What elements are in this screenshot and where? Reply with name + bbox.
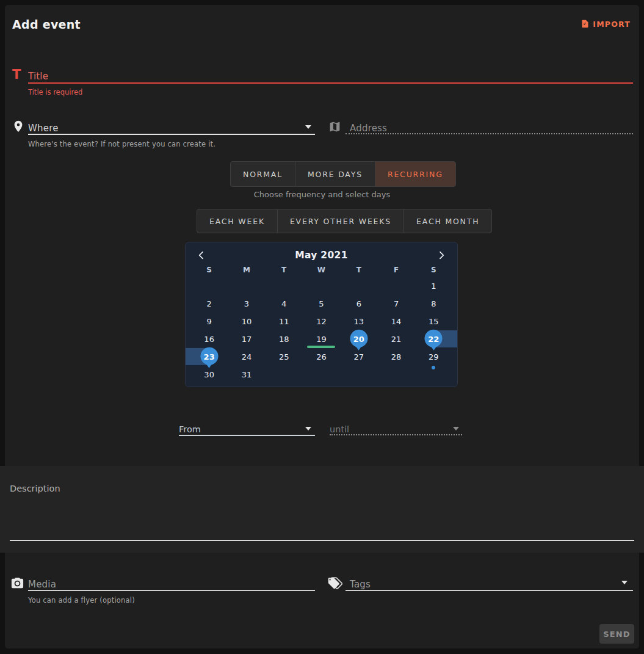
calendar-day-number: 28: [391, 352, 402, 362]
calendar-day-number: 10: [242, 317, 252, 326]
tags-dropdown-arrow[interactable]: [621, 581, 628, 584]
calendar-day[interactable]: 19: [303, 330, 340, 348]
tab-more-days[interactable]: MORE DAYS: [295, 162, 375, 186]
calendar-weekday-header: T: [266, 263, 303, 277]
calendar-weekday-header: S: [415, 263, 452, 277]
tab-normal[interactable]: NORMAL: [231, 162, 295, 186]
calendar-day[interactable]: 28: [377, 348, 414, 366]
calendar-day[interactable]: 31: [228, 366, 265, 383]
from-time-select[interactable]: From: [179, 424, 201, 434]
title-field-icon: T: [12, 67, 21, 82]
calendar-day[interactable]: 30: [190, 366, 228, 383]
calendar-day[interactable]: 20: [340, 330, 377, 348]
calendar-weekday-header: S: [190, 263, 228, 277]
calendar-day[interactable]: 22: [415, 330, 452, 348]
calendar-prev-month-icon[interactable]: [194, 248, 209, 263]
calendar-day-number: 27: [353, 352, 364, 362]
calendar-day[interactable]: 16: [190, 330, 228, 348]
until-time-select[interactable]: until: [330, 424, 349, 434]
camera-icon: [10, 576, 24, 590]
add-event-dialog: Add event IMPORT T Title Title is requir…: [0, 0, 644, 654]
calendar-day[interactable]: 18: [266, 330, 303, 348]
calendar-next-month-icon[interactable]: [434, 248, 449, 263]
calendar-day-number: 18: [279, 335, 289, 344]
calendar-header: May 2021: [190, 247, 452, 263]
calendar-day-number: 31: [242, 370, 252, 379]
calendar-day[interactable]: 3: [228, 295, 265, 313]
import-button-label: IMPORT: [593, 20, 631, 29]
frequency-option-every-other-weeks[interactable]: EVERY OTHER WEEKS: [278, 209, 404, 233]
calendar-day[interactable]: 2: [190, 295, 228, 313]
calendar-empty-cell: [340, 366, 377, 383]
calendar-day-number: 3: [244, 299, 249, 308]
frequency-options: EACH WEEKEVERY OTHER WEEKSEACH MONTH: [197, 209, 492, 233]
calendar-empty-cell: [415, 366, 452, 383]
calendar-empty-cell: [377, 277, 414, 295]
calendar-day[interactable]: 4: [266, 295, 303, 313]
calendar-day-number: 2: [207, 299, 212, 308]
calendar-day[interactable]: 1: [415, 277, 452, 295]
calendar-day-number: 7: [394, 299, 399, 308]
calendar-day-number: 4: [281, 299, 286, 308]
calendar-day-number: 21: [391, 335, 402, 344]
calendar-day[interactable]: 21: [377, 330, 414, 348]
calendar-day-number: 30: [204, 370, 214, 379]
calendar-day[interactable]: 7: [377, 295, 414, 313]
calendar-day[interactable]: 6: [340, 295, 377, 313]
calendar-day[interactable]: 10: [228, 313, 265, 330]
frequency-helper-text: Choose frequency and select days: [0, 190, 644, 199]
address-underline: [346, 133, 633, 134]
calendar-day-headers: SMTWTFS: [190, 263, 452, 277]
tags-select[interactable]: Tags: [350, 579, 371, 590]
calendar-day[interactable]: 13: [340, 313, 377, 330]
from-dropdown-arrow[interactable]: [305, 427, 311, 431]
where-helper-text: Where's the event? If not present you ca…: [28, 140, 215, 148]
description-input[interactable]: Description: [10, 484, 60, 493]
media-input[interactable]: Media: [28, 579, 56, 590]
tab-recurring[interactable]: RECURRING: [375, 162, 455, 186]
where-dropdown-arrow[interactable]: [305, 125, 311, 129]
calendar-week-row: 9101112131415: [190, 313, 452, 330]
calendar-day-number: 17: [242, 335, 252, 344]
calendar-day-number: 6: [356, 299, 361, 308]
calendar-week-row: 3031: [190, 366, 452, 383]
calendar-day[interactable]: 24: [228, 348, 265, 366]
tags-icon: [327, 576, 343, 590]
calendar-day[interactable]: 27: [340, 348, 377, 366]
calendar-day[interactable]: 8: [415, 295, 452, 313]
calendar-week-row: 2345678: [190, 295, 452, 313]
media-helper-text: You can add a flyer (optional): [28, 596, 135, 605]
frequency-option-each-month[interactable]: EACH MONTH: [404, 209, 491, 233]
title-input[interactable]: Title: [28, 71, 48, 82]
calendar-day[interactable]: 29: [415, 348, 452, 366]
import-file-icon: [581, 18, 590, 29]
title-error-text: Title is required: [28, 88, 82, 96]
from-underline: [179, 435, 315, 436]
calendar-day-number: 8: [431, 299, 436, 308]
where-select[interactable]: Where: [28, 123, 59, 134]
send-button[interactable]: SEND: [599, 624, 634, 644]
calendar-day[interactable]: 26: [303, 348, 340, 366]
calendar-day-number: 12: [316, 317, 327, 326]
calendar-empty-cell: [303, 366, 340, 383]
calendar-empty-cell: [303, 277, 340, 295]
calendar-day[interactable]: 12: [303, 313, 340, 330]
calendar-empty-cell: [190, 277, 228, 295]
calendar-day[interactable]: 15: [415, 313, 452, 330]
calendar-empty-cell: [340, 277, 377, 295]
calendar-day-number: 5: [319, 299, 324, 308]
calendar-day[interactable]: 14: [377, 313, 414, 330]
calendar-day[interactable]: 25: [266, 348, 303, 366]
calendar-day-number: 22: [428, 335, 439, 344]
import-button[interactable]: IMPORT: [581, 18, 631, 29]
until-dropdown-arrow[interactable]: [453, 427, 459, 431]
calendar-day[interactable]: 11: [266, 313, 303, 330]
calendar-day[interactable]: 23: [190, 348, 228, 366]
address-input[interactable]: Address: [350, 123, 387, 134]
title-underline: [28, 82, 633, 84]
calendar-day[interactable]: 5: [303, 295, 340, 313]
frequency-option-each-week[interactable]: EACH WEEK: [197, 209, 278, 233]
calendar-day[interactable]: 9: [190, 313, 228, 330]
calendar-day[interactable]: 17: [228, 330, 265, 348]
map-icon: [328, 120, 341, 133]
